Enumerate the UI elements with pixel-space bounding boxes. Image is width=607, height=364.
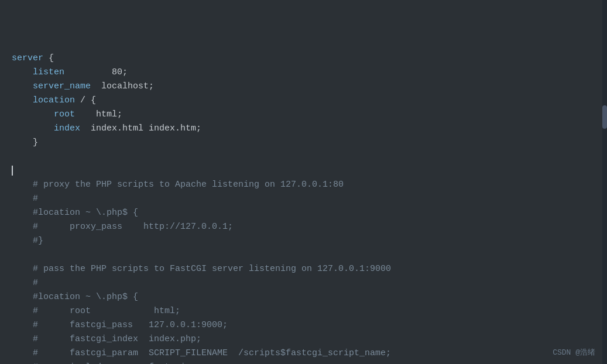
code-line: #location ~ \.php$ {: [12, 206, 595, 220]
code-line: # proxy_pass http://127.0.0.1;: [12, 220, 595, 234]
code-line: #location ~ \.php$ {: [12, 290, 595, 304]
code-line: #: [12, 192, 595, 206]
code-line: [12, 248, 595, 262]
code-line: # fastcgi_index index.php;: [12, 332, 595, 346]
code-line: # include fastcgi_params;: [12, 360, 595, 364]
code-line: index index.html index.htm;: [12, 122, 595, 136]
code-line: server_name localhost;: [12, 80, 595, 94]
code-line: # fastcgi_param SCRIPT_FILENAME /scripts…: [12, 346, 595, 360]
watermark: CSDN @浩绪: [553, 347, 595, 359]
code-line: #}: [12, 234, 595, 248]
code-line: # root html;: [12, 304, 595, 318]
scrollbar[interactable]: [602, 0, 607, 364]
code-line: # pass the PHP scripts to FastCGI server…: [12, 262, 595, 276]
code-line: server {: [12, 51, 595, 66]
code-line: [12, 164, 595, 178]
code-line: }: [12, 136, 595, 150]
code-line: # proxy the PHP scripts to Apache listen…: [12, 178, 595, 192]
code-line: #: [12, 276, 595, 290]
code-line: root html;: [12, 108, 595, 122]
code-line: # fastcgi_pass 127.0.0.1:9000;: [12, 318, 595, 332]
code-line: [12, 150, 595, 164]
scrollbar-thumb[interactable]: [602, 105, 607, 129]
code-content: server { listen 80; server_name localhos…: [12, 9, 595, 364]
code-line: location / {: [12, 94, 595, 108]
code-line: listen 80;: [12, 66, 595, 80]
code-editor: server { listen 80; server_name localhos…: [0, 0, 607, 364]
